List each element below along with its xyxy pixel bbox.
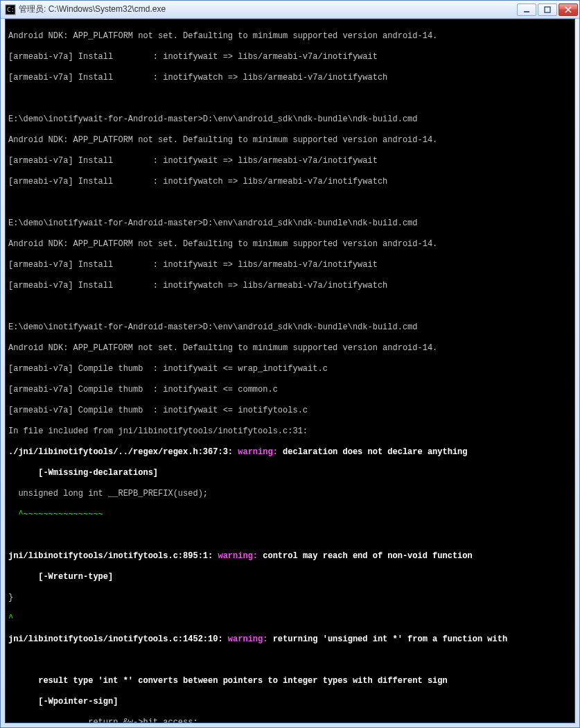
prompt-line: E:\demo\inotifywait-for-Android-master>D… bbox=[8, 218, 572, 229]
prompt-line: E:\demo\inotifywait-for-Android-master>D… bbox=[8, 322, 572, 333]
close-button[interactable] bbox=[559, 3, 578, 16]
window-title: 管理员: C:\Windows\System32\cmd.exe bbox=[19, 3, 517, 15]
underline: ^~~~~~~~~~~~~~~~~ bbox=[8, 510, 572, 520]
output-line: Android NDK: APP_PLATFORM not set. Defau… bbox=[8, 239, 572, 250]
flag-line: [-Wmissing-declarations] bbox=[8, 468, 572, 478]
warning-line: ./jni/libinotifytools/../regex/regex.h:3… bbox=[8, 447, 572, 458]
svg-rect-3 bbox=[545, 7, 550, 12]
warning-line: jni/libinotifytools/inotifytools.c:1452:… bbox=[8, 634, 572, 645]
output-line: Android NDK: APP_PLATFORM not set. Defau… bbox=[8, 135, 572, 146]
output-line: [armeabi-v7a] Compile thumb : inotifywai… bbox=[8, 385, 572, 395]
output-line: Android NDK: APP_PLATFORM not set. Defau… bbox=[8, 343, 572, 354]
cmd-window: C:\ 管理员: C:\Windows\System32\cmd.exe And… bbox=[0, 0, 580, 728]
svg-text:C:\: C:\ bbox=[7, 6, 16, 13]
code-line: return &w->hit_access; bbox=[8, 718, 572, 723]
prompt-line: E:\demo\inotifywait-for-Android-master>D… bbox=[8, 114, 572, 125]
output-line: [armeabi-v7a] Compile thumb : inotifywai… bbox=[8, 364, 572, 374]
output-line: In file included from jni/libinotifytool… bbox=[8, 426, 572, 437]
output-line: [armeabi-v7a] Install : inotifywatch => … bbox=[8, 177, 572, 187]
msg-line: result type 'int *' converts between poi… bbox=[8, 676, 572, 686]
warning-line: jni/libinotifytools/inotifytools.c:895:1… bbox=[8, 551, 572, 562]
flag-line: [-Wreturn-type] bbox=[8, 572, 572, 582]
svg-rect-2 bbox=[524, 11, 529, 12]
output-line: [armeabi-v7a] Install : inotifywait => l… bbox=[8, 156, 572, 166]
window-controls bbox=[517, 3, 578, 16]
terminal-output: Android NDK: APP_PLATFORM not set. Defau… bbox=[8, 21, 572, 723]
output-line: [armeabi-v7a] Install : inotifywatch => … bbox=[8, 73, 572, 83]
underline: ^ bbox=[8, 614, 572, 624]
minimize-button[interactable] bbox=[517, 3, 536, 16]
cmd-icon: C:\ bbox=[5, 4, 16, 15]
maximize-button[interactable] bbox=[538, 3, 557, 16]
terminal[interactable]: Android NDK: APP_PLATFORM not set. Defau… bbox=[5, 19, 575, 723]
flag-line: [-Wpointer-sign] bbox=[8, 697, 572, 707]
output-line: [armeabi-v7a] Install : inotifywait => l… bbox=[8, 260, 572, 270]
titlebar[interactable]: C:\ 管理员: C:\Windows\System32\cmd.exe bbox=[1, 1, 579, 19]
code-line: unsigned long int __REPB_PREFIX(used); bbox=[8, 489, 572, 499]
output-line: [armeabi-v7a] Compile thumb : inotifywai… bbox=[8, 406, 572, 416]
output-line: [armeabi-v7a] Install : inotifywatch => … bbox=[8, 281, 572, 291]
output-line: Android NDK: APP_PLATFORM not set. Defau… bbox=[8, 31, 572, 42]
output-line: [armeabi-v7a] Install : inotifywait => l… bbox=[8, 52, 572, 62]
code-line: } bbox=[8, 593, 572, 603]
